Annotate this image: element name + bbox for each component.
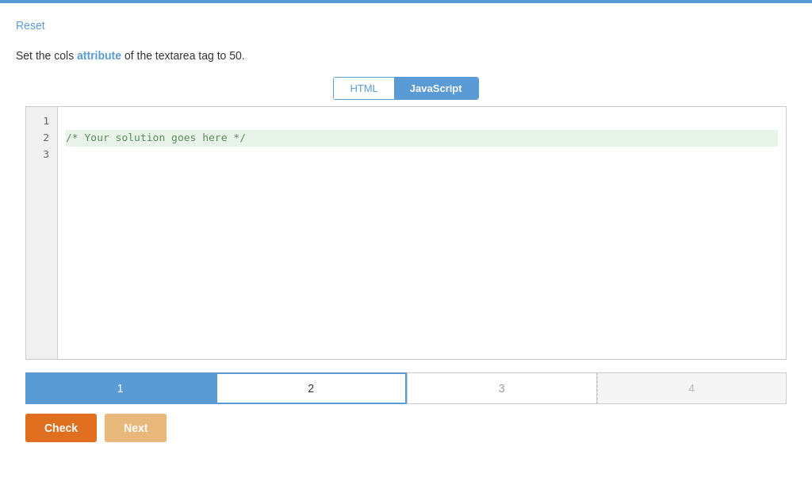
progress-step-4[interactable]: 4 xyxy=(597,372,787,404)
code-line-3 xyxy=(66,147,778,163)
line-number-3: 3 xyxy=(34,147,49,163)
progress-bar: 1 2 3 4 xyxy=(25,372,787,404)
code-line-2: /* Your solution goes here */ xyxy=(66,130,778,147)
line-numbers: 1 2 3 xyxy=(26,107,58,359)
next-button[interactable]: Next xyxy=(105,414,167,442)
progress-step-3[interactable]: 3 xyxy=(407,372,597,404)
progress-step-1[interactable]: 1 xyxy=(25,372,216,404)
code-line-1 xyxy=(66,113,778,130)
tab-bar: HTML JavaScript xyxy=(16,77,796,100)
code-comment: /* Your solution goes here */ xyxy=(66,132,246,143)
instruction-highlight: attribute xyxy=(77,49,121,62)
line-number-2: 2 xyxy=(34,130,49,147)
action-buttons: Check Next xyxy=(25,414,787,442)
tab-group: HTML JavaScript xyxy=(333,77,478,100)
tab-javascript[interactable]: JavaScript xyxy=(394,78,478,99)
instruction-text: Set the cols attribute of the textarea t… xyxy=(16,48,796,64)
instruction-prefix: Set the cols xyxy=(16,49,77,62)
reset-button[interactable]: Reset xyxy=(16,16,45,35)
instruction-suffix: of the textarea tag to 50. xyxy=(121,49,245,62)
check-button[interactable]: Check xyxy=(25,414,97,442)
tab-html[interactable]: HTML xyxy=(334,78,393,99)
code-editor: 1 2 3 /* Your solution goes here */ xyxy=(25,106,787,360)
code-area[interactable]: /* Your solution goes here */ xyxy=(58,107,786,359)
line-number-1: 1 xyxy=(34,113,49,130)
progress-step-2[interactable]: 2 xyxy=(216,372,408,404)
main-container: Reset Set the cols attribute of the text… xyxy=(0,3,812,455)
